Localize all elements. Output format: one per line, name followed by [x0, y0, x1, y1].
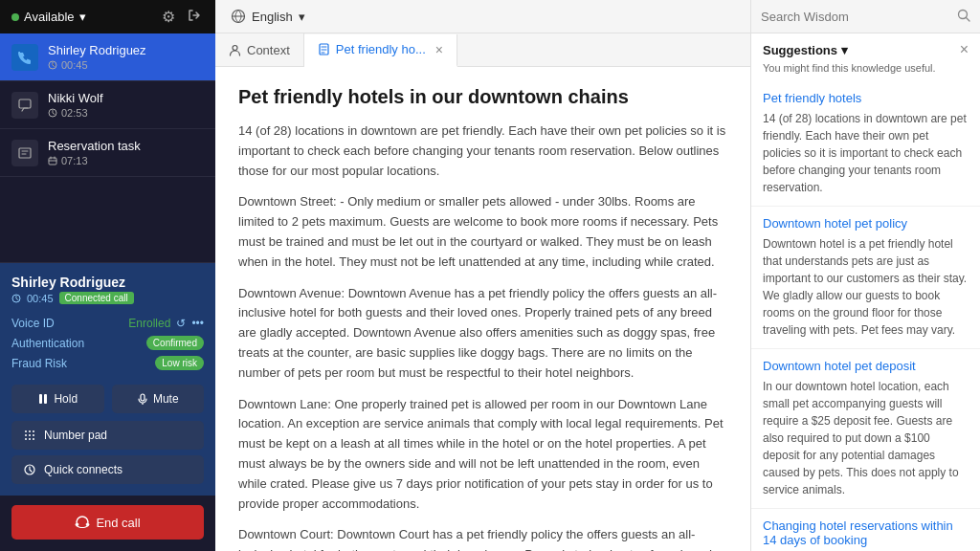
- call-time: 02:53: [48, 107, 204, 119]
- right-panel: Suggestions ▾ × You might find this know…: [750, 0, 980, 551]
- call-item-info: Shirley Rodriguez 00:45: [48, 43, 204, 71]
- call-info-grid: Voice ID Enrolled ↺ ••• Authentication C…: [11, 314, 204, 373]
- tab-article[interactable]: Pet friendly ho... ×: [304, 34, 457, 67]
- svg-point-12: [29, 434, 31, 436]
- call-type-icon: [11, 92, 38, 119]
- language-selector[interactable]: English ▾: [231, 9, 305, 24]
- active-caller-meta: 00:45 Connected call: [11, 292, 204, 304]
- voice-id-label: Voice ID: [11, 317, 55, 330]
- refresh-icon[interactable]: ↺: [176, 317, 186, 330]
- end-call-label: End call: [96, 516, 140, 530]
- fraud-row: Fraud Risk Low risk: [11, 353, 204, 373]
- svg-point-16: [33, 438, 34, 440]
- end-call-button[interactable]: End call: [11, 505, 204, 540]
- svg-point-10: [33, 430, 34, 432]
- svg-point-9: [29, 430, 31, 432]
- main-content: English ▾ Context Pet friendly ho... × P…: [215, 0, 750, 551]
- fraud-badge: Low risk: [155, 356, 204, 370]
- sidebar-header-icons: ⚙: [160, 6, 204, 29]
- knowledge-preview: Downtown hotel is a pet friendly hotel t…: [763, 235, 969, 339]
- svg-rect-3: [19, 148, 31, 158]
- call-type-icon: [11, 44, 38, 71]
- knowledge-item-1[interactable]: Downtown hotel pet policy Downtown hotel…: [751, 207, 980, 349]
- svg-rect-6: [39, 394, 42, 404]
- svg-rect-1: [19, 99, 31, 108]
- connected-badge: Connected call: [59, 292, 134, 304]
- knowledge-item-3[interactable]: Changing hotel reservations within 14 da…: [751, 509, 980, 551]
- voice-id-controls: Enrolled ↺ •••: [128, 317, 204, 330]
- action-buttons: Number pad Quick connects: [11, 421, 204, 484]
- svg-point-15: [29, 438, 31, 440]
- voice-id-row: Voice ID Enrolled ↺ •••: [11, 314, 204, 333]
- status-dot: [11, 13, 19, 21]
- hold-button[interactable]: Hold: [11, 385, 104, 413]
- settings-button[interactable]: ⚙: [160, 6, 177, 28]
- call-list: Shirley Rodriguez 00:45 Nikki Wolf 02:53: [0, 33, 215, 262]
- call-item[interactable]: Shirley Rodriguez 00:45: [0, 33, 215, 81]
- logout-button[interactable]: [185, 6, 204, 29]
- status-chevron: ▾: [79, 10, 86, 24]
- number-pad-button[interactable]: Number pad: [11, 421, 204, 450]
- svg-point-11: [25, 434, 27, 436]
- article-paragraph-3: Downtown Lane: One properly trained pet …: [238, 395, 727, 515]
- article-paragraph-4: Downtown Court: Downtown Court has a pet…: [238, 525, 727, 551]
- call-item-info: Nikki Wolf 02:53: [48, 91, 204, 119]
- knowledge-preview: In our downtown hotel location, each sma…: [763, 378, 969, 498]
- call-type-icon: [11, 140, 38, 166]
- task-time: 07:13: [48, 155, 204, 166]
- tab-context-label: Context: [247, 43, 290, 57]
- knowledge-list: Pet friendly hotels 14 (of 28) locations…: [751, 81, 980, 551]
- more-icon[interactable]: •••: [191, 317, 204, 330]
- language-chevron: ▾: [299, 10, 305, 24]
- suggestions-header: Suggestions ▾ ×: [751, 33, 980, 62]
- article-paragraph-1: Downtown Street: - Only medium or smalle…: [238, 192, 727, 272]
- tabs-bar: Context Pet friendly ho... ×: [215, 33, 750, 67]
- knowledge-preview: 14 (of 28) locations in downtown are pet…: [763, 110, 969, 196]
- knowledge-title: Pet friendly hotels: [763, 91, 969, 105]
- article-paragraph-2: Downtown Avenue: Downtown Avenue has a p…: [238, 284, 727, 384]
- quick-connects-button[interactable]: Quick connects: [11, 455, 204, 484]
- knowledge-item-0[interactable]: Pet friendly hotels 14 (of 28) locations…: [751, 81, 980, 207]
- sidebar: Available ▾ ⚙ Shirley Rodriguez: [0, 0, 215, 551]
- svg-point-13: [33, 434, 34, 436]
- search-icon: [957, 9, 970, 25]
- caller-name: Nikki Wolf: [48, 91, 204, 105]
- suggestions-title[interactable]: Suggestions ▾: [763, 43, 848, 57]
- active-call-section: Shirley Rodriguez 00:45 Connected call V…: [0, 262, 215, 496]
- fraud-label: Fraud Risk: [11, 357, 67, 370]
- active-caller-name: Shirley Rodriguez: [11, 275, 204, 290]
- call-controls: Hold Mute: [11, 385, 204, 413]
- auth-row: Authentication Confirmed: [11, 333, 204, 353]
- status-label: Available: [24, 10, 75, 24]
- search-bar: [751, 0, 980, 33]
- search-input[interactable]: [761, 10, 951, 24]
- article-title: Pet friendly hotels in our downtown chai…: [238, 86, 727, 108]
- voice-id-value: Enrolled: [128, 317, 170, 330]
- call-item-info: Reservation task 07:13: [48, 139, 204, 166]
- knowledge-title: Downtown hotel pet policy: [763, 216, 969, 231]
- active-call-time: 00:45: [27, 293, 54, 304]
- knowledge-item-2[interactable]: Downtown hotel pet deposit In our downto…: [751, 349, 980, 509]
- call-time: 00:45: [48, 59, 204, 71]
- svg-point-8: [25, 430, 27, 432]
- close-suggestions-button[interactable]: ×: [960, 41, 969, 58]
- article-paragraph-0: 14 (of 28) locations in downtown are pet…: [238, 121, 727, 181]
- task-name: Reservation task: [48, 139, 204, 153]
- auth-badge: Confirmed: [146, 336, 204, 350]
- tab-context[interactable]: Context: [215, 33, 304, 66]
- suggestions-subtitle: You might find this knowledge useful.: [751, 62, 980, 81]
- tab-close-button[interactable]: ×: [435, 42, 443, 57]
- article-body: Pet friendly hotels in our downtown chai…: [215, 67, 750, 551]
- status-dropdown[interactable]: Available ▾: [11, 10, 86, 24]
- auth-label: Authentication: [11, 337, 84, 350]
- caller-name: Shirley Rodriguez: [48, 43, 204, 57]
- svg-point-14: [25, 438, 27, 440]
- svg-point-19: [233, 45, 237, 50]
- mute-button[interactable]: Mute: [112, 385, 205, 413]
- knowledge-title: Changing hotel reservations within 14 da…: [763, 518, 969, 547]
- language-label: English: [252, 10, 293, 24]
- call-item[interactable]: Nikki Wolf 02:53: [0, 81, 215, 129]
- call-item[interactable]: Reservation task 07:13: [0, 129, 215, 177]
- svg-rect-7: [44, 394, 47, 404]
- tab-article-label: Pet friendly ho...: [336, 42, 426, 56]
